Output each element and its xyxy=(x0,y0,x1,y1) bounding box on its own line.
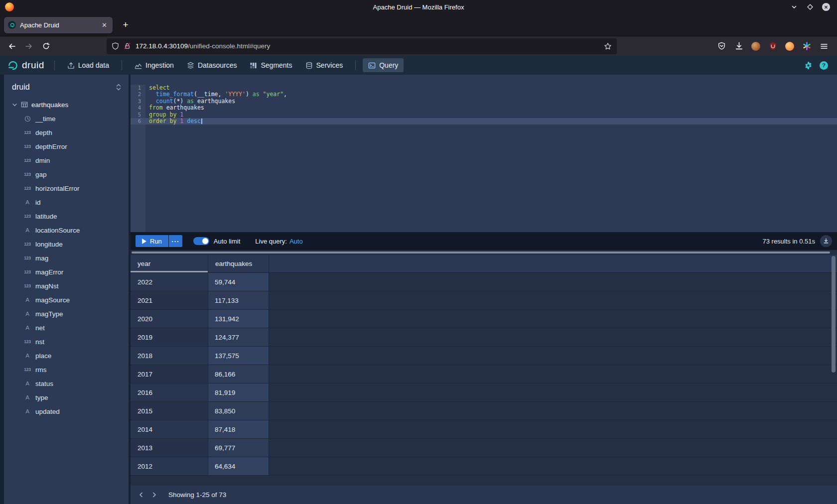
sidebar-column-magNst[interactable]: 123magNst xyxy=(4,279,129,293)
run-more-button[interactable]: ··· xyxy=(169,235,182,247)
year-cell[interactable]: 2017 xyxy=(131,365,208,383)
sidebar-column-gap[interactable]: 123gap xyxy=(4,167,129,181)
sidebar-column-__time[interactable]: __time xyxy=(4,112,129,126)
downloads-icon[interactable] xyxy=(734,41,744,51)
nav-services[interactable]: Services xyxy=(300,58,349,72)
previous-page-icon[interactable] xyxy=(135,489,147,502)
sidebar-column-type[interactable]: Atype xyxy=(4,390,129,404)
code-line[interactable]: time_format(__time, 'YYYY') as "year", xyxy=(145,91,837,98)
sidebar-column-nst[interactable]: 123nst xyxy=(4,335,129,349)
sidebar-column-status[interactable]: Astatus xyxy=(4,377,129,390)
sidebar-column-magType[interactable]: AmagType xyxy=(4,307,129,321)
year-cell[interactable]: 2020 xyxy=(131,310,208,328)
editor-code[interactable]: select time_format(__time, 'YYYY') as "y… xyxy=(145,85,837,232)
sidebar-column-rms[interactable]: 123rms xyxy=(4,363,129,377)
bookmark-star-icon[interactable] xyxy=(604,42,612,50)
reload-button[interactable] xyxy=(39,39,53,53)
extension-pinwheel-icon[interactable] xyxy=(802,41,812,51)
nav-query[interactable]: Query xyxy=(363,58,404,72)
sort-toggle-icon[interactable] xyxy=(116,84,122,91)
table-row: 201487,418 xyxy=(131,420,837,439)
year-cell[interactable]: 2021 xyxy=(131,291,208,309)
new-tab-button[interactable]: + xyxy=(119,18,133,32)
download-results-button[interactable] xyxy=(820,235,832,247)
extension-avatar-icon[interactable] xyxy=(751,42,760,51)
tab-close-icon[interactable]: ✕ xyxy=(100,21,109,29)
code-line[interactable]: group by 1 xyxy=(145,112,837,118)
earthquakes-cell[interactable]: 137,575 xyxy=(208,347,269,365)
code-line[interactable]: order by 1 desc xyxy=(145,118,837,125)
sidebar-column-depthError[interactable]: 123depthError xyxy=(4,139,129,153)
forward-button[interactable] xyxy=(22,39,36,53)
year-cell[interactable]: 2019 xyxy=(131,328,208,346)
earthquakes-cell[interactable]: 131,942 xyxy=(208,310,269,328)
pocket-icon[interactable] xyxy=(716,41,726,51)
auto-limit-toggle[interactable] xyxy=(193,237,209,245)
window-close-icon[interactable]: ✕ xyxy=(822,3,830,11)
ublock-origin-icon[interactable] xyxy=(768,41,778,51)
horizontal-scrollbar-thumb[interactable] xyxy=(132,252,830,253)
year-cell[interactable]: 2015 xyxy=(131,402,208,420)
earthquakes-cell[interactable]: 117,133 xyxy=(208,291,269,309)
sidebar-datasource-earthquakes[interactable]: earthquakes xyxy=(4,98,129,112)
back-button[interactable] xyxy=(5,39,19,53)
sidebar-column-latitude[interactable]: 123latitude xyxy=(4,209,129,223)
window-minimize-icon[interactable] xyxy=(790,3,798,11)
earthquakes-cell[interactable]: 87,418 xyxy=(208,420,269,438)
insecure-lock-icon[interactable] xyxy=(124,42,131,50)
earthquakes-cell[interactable]: 124,377 xyxy=(208,328,269,346)
sidebar-column-locationSource[interactable]: AlocationSource xyxy=(4,223,129,237)
column-header-year[interactable]: year xyxy=(131,255,208,272)
next-page-icon[interactable] xyxy=(147,489,160,502)
url-bar[interactable]: 172.18.0.4:30109/unified-console.html#qu… xyxy=(107,38,617,54)
browser-tab-apache-druid[interactable]: Apache Druid ✕ xyxy=(4,17,113,33)
help-icon[interactable]: ? xyxy=(820,61,828,70)
sidebar-column-longitude[interactable]: 123longitude xyxy=(4,237,129,251)
year-cell[interactable]: 2014 xyxy=(131,420,208,438)
earthquakes-cell[interactable]: 64,634 xyxy=(208,457,269,475)
earthquakes-cell[interactable]: 83,850 xyxy=(208,402,269,420)
year-cell[interactable]: 2016 xyxy=(131,383,208,401)
sql-editor[interactable]: 123456 select time_format(__time, 'YYYY'… xyxy=(131,75,837,232)
sidebar-column-dmin[interactable]: 123dmin xyxy=(4,153,129,167)
code-line[interactable]: from earthquakes xyxy=(145,105,837,111)
earthquakes-cell[interactable]: 86,166 xyxy=(208,365,269,383)
sidebar-column-net[interactable]: Anet xyxy=(4,321,129,335)
sidebar-column-horizontalError[interactable]: 123horizontalError xyxy=(4,181,129,195)
code-line[interactable]: count(*) as earthquakes xyxy=(145,98,837,105)
sidebar-column-magSource[interactable]: AmagSource xyxy=(4,293,129,307)
nav-load-data[interactable]: Load data xyxy=(62,58,115,72)
column-header-earthquakes[interactable]: earthquakes xyxy=(208,255,269,272)
earthquakes-cell[interactable]: 69,777 xyxy=(208,439,269,457)
menu-icon[interactable] xyxy=(819,41,829,51)
earthquakes-cell[interactable]: 81,919 xyxy=(208,383,269,401)
year-cell[interactable]: 2013 xyxy=(131,439,208,457)
nav-ingestion[interactable]: Ingestion xyxy=(129,58,179,72)
window-maximize-icon[interactable] xyxy=(806,3,814,11)
segments-icon xyxy=(250,62,257,69)
year-cell[interactable]: 2018 xyxy=(131,347,208,365)
horizontal-scrollbar[interactable] xyxy=(131,250,837,255)
code-line[interactable]: select xyxy=(145,85,837,91)
run-button[interactable]: Run xyxy=(136,235,168,247)
line-number: 1 xyxy=(131,85,145,91)
druid-logo[interactable]: druid xyxy=(6,60,47,71)
earthquakes-cell[interactable]: 59,744 xyxy=(208,273,269,291)
sidebar-column-place[interactable]: Aplace xyxy=(4,349,129,363)
settings-gear-icon[interactable] xyxy=(804,61,813,70)
nav-datasources[interactable]: Datasources xyxy=(181,58,243,72)
sidebar-column-depth[interactable]: 123depth xyxy=(4,126,129,139)
header-filler xyxy=(269,255,837,272)
sidebar-column-mag[interactable]: 123mag xyxy=(4,251,129,265)
nav-segments[interactable]: Segments xyxy=(244,58,297,72)
sidebar-column-id[interactable]: Aid xyxy=(4,195,129,209)
live-query-value[interactable]: Auto xyxy=(289,238,303,245)
tracking-protection-shield-icon[interactable] xyxy=(112,42,119,50)
year-cell[interactable]: 2012 xyxy=(131,457,208,475)
vertical-scrollbar-thumb[interactable] xyxy=(832,256,836,373)
year-cell[interactable]: 2022 xyxy=(131,273,208,291)
account-avatar-icon[interactable] xyxy=(785,42,794,51)
sidebar-column-updated[interactable]: Aupdated xyxy=(4,404,129,418)
sidebar-column-magError[interactable]: 123magError xyxy=(4,265,129,279)
query-icon xyxy=(368,62,376,69)
